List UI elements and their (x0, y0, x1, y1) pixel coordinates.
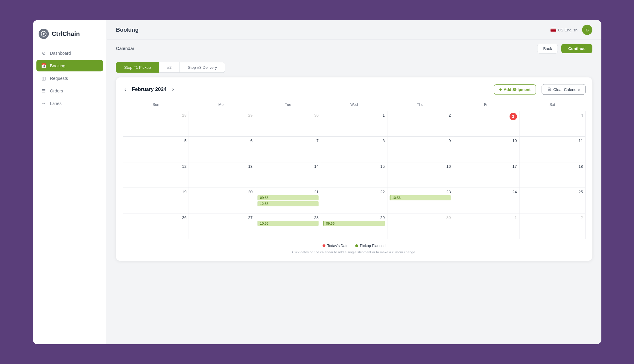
day-number: 2 (522, 215, 583, 220)
calendar-cell-30[interactable]: 30 (387, 213, 453, 239)
sidebar-item-label-booking: Booking (50, 63, 66, 68)
lang-selector[interactable]: US English (550, 28, 577, 32)
calendar-cell-29[interactable]: 29 (189, 111, 255, 137)
day-number: 2 (389, 113, 451, 117)
day-number: 5 (125, 138, 186, 143)
calendar-cell-2[interactable]: 2 (519, 213, 585, 239)
calendar-event[interactable]: 10:56 (389, 195, 451, 200)
tab-stop2[interactable]: #2 (159, 62, 179, 73)
orders-icon: ☰ (41, 88, 46, 93)
calendar-cell-12[interactable]: 12 (123, 162, 189, 188)
back-button[interactable]: Back (537, 44, 558, 53)
calendar-cell-23[interactable]: 2310:56 (387, 188, 453, 213)
day-number: 28 (125, 113, 186, 117)
calendar-cell-8[interactable]: 8 (321, 136, 387, 162)
calendar-cell-14[interactable]: 14 (255, 162, 321, 188)
svg-point-1 (43, 33, 45, 35)
subheader-title: Calendar (116, 46, 134, 51)
sidebar-item-dashboard[interactable]: ⊙ Dashboard (36, 47, 103, 59)
sidebar-item-booking[interactable]: 📅 Booking (36, 60, 103, 71)
prev-month-button[interactable]: ‹ (123, 86, 128, 93)
continue-button[interactable]: Continue (561, 44, 592, 53)
day-number: 11 (522, 138, 583, 143)
day-number: 1 (455, 215, 517, 220)
sidebar-item-lanes[interactable]: ↔ Lanes (36, 97, 103, 109)
next-month-button[interactable]: › (170, 86, 175, 93)
calendar-event[interactable]: 10:56 (257, 221, 319, 226)
day-header-wed: Wed (321, 100, 387, 111)
day-header-mon: Mon (189, 100, 255, 111)
svg-rect-2 (548, 89, 549, 90)
user-avatar[interactable]: G (582, 25, 592, 35)
calendar-week-1: 567891011 (123, 136, 585, 162)
calendar-cell-4[interactable]: 4 (519, 111, 585, 137)
calendar-cell-29[interactable]: 2909:56 (321, 213, 387, 239)
calendar-cell-5[interactable]: 5 (123, 136, 189, 162)
topbar: Booking US English G (107, 20, 601, 40)
day-number: 23 (389, 189, 451, 194)
calendar-event[interactable]: 12:56 (257, 201, 319, 206)
day-number: 24 (455, 189, 517, 194)
calendar-week-0: 2829301234 (123, 111, 585, 137)
tab-stop1[interactable]: Stop #1 Pickup (116, 62, 159, 73)
calendar-cell-7[interactable]: 7 (255, 136, 321, 162)
calendar-cell-1[interactable]: 1 (453, 213, 519, 239)
day-number: 9 (389, 138, 451, 143)
calendar-cell-2[interactable]: 2 (387, 111, 453, 137)
logo-icon (39, 29, 49, 39)
calendar-cell-26[interactable]: 26 (123, 213, 189, 239)
add-shipment-label: Add Shipment (504, 87, 530, 92)
calendar-cell-22[interactable]: 22 (321, 188, 387, 213)
day-header-tue: Tue (255, 100, 321, 111)
calendar-cell-17[interactable]: 17 (453, 162, 519, 188)
day-number: 10 (455, 138, 517, 143)
tab-stop3[interactable]: Stop #3 Delivery (179, 62, 225, 73)
calendar-cell-28[interactable]: 2810:56 (255, 213, 321, 239)
day-number: 12 (125, 164, 186, 168)
day-header-sun: Sun (123, 100, 189, 111)
calendar-event[interactable]: 09:56 (323, 221, 385, 226)
calendar-cell-1[interactable]: 1 (321, 111, 387, 137)
calendar-cell-21[interactable]: 2109:5612:56 (255, 188, 321, 213)
calendar-cell-6[interactable]: 6 (189, 136, 255, 162)
calendar-cell-10[interactable]: 10 (453, 136, 519, 162)
calendar-week-3: 19202109:5612:56222310:562425 (123, 188, 585, 213)
sidebar-item-requests[interactable]: ◫ Requests (36, 72, 103, 84)
day-number: 27 (191, 215, 253, 220)
calendar-nav: ‹ February 2024 › (123, 86, 176, 93)
sidebar-item-label-dashboard: Dashboard (50, 51, 71, 55)
sidebar-item-orders[interactable]: ☰ Orders (36, 85, 103, 96)
subheader: Calendar Back Continue (107, 40, 601, 57)
calendar-header: ‹ February 2024 › + Add Shipment (123, 84, 586, 95)
calendar-cell-9[interactable]: 9 (387, 136, 453, 162)
calendar-cell-20[interactable]: 20 (189, 188, 255, 213)
calendar-cell-16[interactable]: 16 (387, 162, 453, 188)
planned-legend-label: Pickup Planned (360, 243, 385, 248)
calendar-cell-28[interactable]: 28 (123, 111, 189, 137)
day-number: 25 (522, 189, 583, 194)
calendar-cell-13[interactable]: 13 (189, 162, 255, 188)
sidebar-item-label-orders: Orders (50, 88, 63, 93)
calendar-body: 2829301234567891011121314151617181920210… (123, 111, 585, 239)
calendar-event[interactable]: 09:56 (257, 195, 319, 200)
svg-rect-3 (549, 89, 549, 90)
calendar-cell-27[interactable]: 27 (189, 213, 255, 239)
day-number: 6 (191, 138, 253, 143)
calendar-cell-19[interactable]: 19 (123, 188, 189, 213)
calendar-cell-18[interactable]: 18 (519, 162, 585, 188)
plus-icon: + (499, 87, 502, 92)
calendar-cell-15[interactable]: 15 (321, 162, 387, 188)
day-number: 30 (389, 215, 451, 220)
calendar-actions: + Add Shipment (494, 84, 585, 95)
add-shipment-button[interactable]: + Add Shipment (494, 84, 536, 94)
day-number: 4 (522, 113, 583, 117)
clear-calendar-button[interactable]: Clear Calendar (542, 84, 585, 95)
app-container: CtrlChain ⊙ Dashboard 📅 Booking ◫ Reques… (33, 20, 601, 344)
calendar-cell-3[interactable]: 3 (453, 111, 519, 137)
calendar-cell-30[interactable]: 30 (255, 111, 321, 137)
day-number: 17 (455, 164, 517, 168)
calendar-week-4: 26272810:562909:563012 (123, 213, 585, 239)
calendar-cell-24[interactable]: 24 (453, 188, 519, 213)
calendar-cell-25[interactable]: 25 (519, 188, 585, 213)
calendar-cell-11[interactable]: 11 (519, 136, 585, 162)
